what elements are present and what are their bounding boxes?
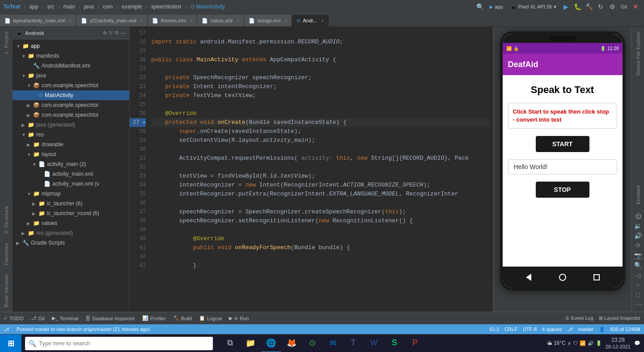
close-icon[interactable]: ✕ (631, 2, 640, 12)
branch-name[interactable]: master (578, 327, 593, 332)
device-file-explorer-tab[interactable]: Device File Explorer (633, 27, 644, 80)
taskbar-word[interactable]: W (364, 335, 384, 352)
phone-home-button[interactable] (557, 272, 568, 283)
tree-item-ic-launcher-round[interactable]: ▶ 📁 ic_launcher_round (6) (13, 208, 129, 218)
panel-collapse-icon[interactable]: — (121, 30, 126, 36)
tab-close-colors[interactable]: × (237, 18, 239, 23)
breadcrumb-app[interactable]: app (30, 4, 38, 10)
tree-item-activity-main-folder[interactable]: ▼ 📄 activity_main (2) (13, 159, 129, 169)
build-icon[interactable]: 🔨 (584, 2, 594, 12)
volume-down-icon[interactable]: 🔉 (634, 222, 642, 229)
device-selector[interactable]: 📱 Pixel XL API 26 ▾ (508, 3, 559, 11)
tree-item-package2[interactable]: ▶ 📦 com.example.speechtot (13, 100, 129, 110)
notification-center-icon[interactable]: 💬 (634, 340, 640, 346)
build-variants-tab[interactable]: Build Variants (1, 270, 12, 312)
settings-icon[interactable]: ⚙ (607, 2, 617, 12)
tree-item-res[interactable]: ▼ 📁 res (13, 130, 129, 140)
circle-icon[interactable]: ○ (636, 281, 640, 288)
tree-item-java[interactable]: ▼ 📁 java (13, 71, 129, 81)
panel-add-icon[interactable]: ⊕ (103, 30, 107, 36)
project-panel-tab[interactable]: 1: Project (1, 27, 12, 59)
profiler-tab[interactable]: 📊 Profiler (142, 315, 166, 321)
taskbar-task-view[interactable]: ⧉ (220, 335, 240, 352)
taskbar-explorer[interactable]: 📁 (241, 335, 260, 352)
back-nav-icon[interactable]: ◁ (636, 271, 640, 279)
taskbar-skillshare[interactable]: S (385, 335, 404, 352)
breadcrumb-example[interactable]: example (122, 4, 142, 10)
tree-item-activity-main-xml-v[interactable]: 📄 activity_main.xml (v (13, 179, 129, 189)
tab-themes[interactable]: 📄 themes.xml × (148, 15, 197, 26)
tab-close-v21[interactable]: × (140, 18, 143, 23)
taskbar-chrome[interactable]: ⊙ (302, 335, 322, 352)
encoding[interactable]: UTF-8 (523, 327, 537, 332)
taskbar-mail[interactable]: ✉ (323, 335, 343, 352)
taskbar-edge[interactable]: 🌐 (261, 335, 281, 352)
taskbar-firefox[interactable]: 🦊 (282, 335, 301, 352)
stop-button[interactable]: STOP (536, 182, 589, 198)
terminal-tab[interactable]: ▶_ Terminal (52, 315, 79, 321)
tray-battery[interactable]: 🔋 (596, 340, 602, 346)
git-panel-tab[interactable]: ⎇ Git (31, 315, 45, 321)
tab-close-layout[interactable]: × (69, 18, 72, 23)
more-icon[interactable]: ⋯ (635, 301, 641, 308)
tree-item-java-generated[interactable]: ▶ 📁 java (generated) (13, 120, 129, 130)
breadcrumb-src[interactable]: src (47, 4, 55, 10)
database-inspector-tab[interactable]: 🗄 Database Inspector (85, 316, 135, 321)
favorites-tab[interactable]: Favorites (1, 238, 12, 270)
rotate-icon[interactable]: ⟳ (636, 242, 641, 249)
breadcrumb-main[interactable]: main (64, 4, 75, 10)
screenshot-icon[interactable]: 📷 (634, 252, 642, 259)
taskbar-teams[interactable]: T (343, 335, 363, 352)
build-tab[interactable]: 🔨 Build (173, 315, 192, 321)
power-icon[interactable]: ⏻ (635, 212, 641, 220)
tree-item-res-generated[interactable]: ▶ 📁 res (generated) (13, 228, 129, 238)
tree-item-ic-launcher[interactable]: ▶ 📁 ic_launcher (6) (13, 199, 129, 208)
tree-item-mainactivity[interactable]: ⊙ MainActivity (13, 90, 129, 100)
tab-close-themes[interactable]: × (190, 18, 193, 23)
sync-icon[interactable]: ↻ (596, 2, 606, 12)
tab-main-activity[interactable]: ⊙ Andr... × (292, 15, 329, 26)
emulator-tab[interactable]: Emulator (633, 180, 644, 209)
git-label[interactable]: Git (619, 2, 629, 12)
cursor-position[interactable]: 61:1 (490, 327, 499, 332)
phone-recents-button[interactable] (591, 272, 602, 283)
tree-item-androidmanifest[interactable]: 🔧 AndroidManifest.xml (13, 61, 129, 71)
taskbar-datetime[interactable]: 23:28 28-12-2021 (606, 337, 631, 350)
tree-item-package1[interactable]: ▼ 📦 com.example.speechtot (13, 81, 129, 90)
tree-item-manifests[interactable]: ▼ 📁 manifests (13, 51, 129, 61)
zoom-in-icon[interactable]: 🔍 (634, 262, 642, 269)
start-button-taskbar[interactable]: ⊞ (0, 335, 21, 352)
tab-v21-activity-main[interactable]: 📄 v21\activity_main.xml × (76, 15, 148, 26)
volume-up-icon[interactable]: 🔊 (634, 232, 642, 239)
todo-panel-tab[interactable]: ✓ TODO (4, 315, 24, 321)
tray-network[interactable]: 📶 (580, 340, 586, 346)
tab-close-strings[interactable]: × (284, 18, 287, 23)
tree-item-drawable[interactable]: ▶ 📁 drawable (13, 140, 129, 149)
square-icon[interactable]: □ (636, 291, 640, 298)
tree-item-gradle-scripts[interactable]: ▶ 🔧 Gradle Scripts (13, 238, 129, 248)
breadcrumb-speechtotext[interactable]: speechtotext (151, 4, 182, 10)
tree-item-layout[interactable]: ▼ 📁 layout (13, 149, 129, 159)
taskbar-powerpoint[interactable]: P (405, 335, 425, 352)
search-icon[interactable]: 🔍 (475, 2, 485, 12)
tab-close-main[interactable]: × (321, 18, 324, 23)
debug-button[interactable]: 🐛 (572, 2, 582, 12)
breadcrumb-com[interactable]: com (103, 4, 113, 10)
run-button[interactable]: ▶ (561, 2, 571, 12)
panel-gear-icon[interactable]: ⚙ (114, 30, 119, 36)
logcat-tab[interactable]: 📋 Logcat (199, 315, 222, 321)
event-log-tab[interactable]: ① Event Log (565, 315, 593, 321)
line-endings[interactable]: CRLF (504, 327, 517, 332)
breadcrumb-mainactivity[interactable]: ⊙ MainActivity (191, 4, 225, 10)
tree-item-activity-main-xml[interactable]: 📄 activity_main.xml (13, 169, 129, 179)
search-input-taskbar[interactable] (39, 340, 209, 347)
code-area[interactable]: 17 18 19 20 21 22 23 24 25 26 27 ● 28 29… (130, 27, 493, 312)
tree-item-mipmap[interactable]: ▼ 📁 mipmap (13, 189, 129, 199)
tree-item-package3[interactable]: ▶ 📦 com.example.speechtot (13, 110, 129, 120)
tree-item-app[interactable]: ▼ 📁 app (13, 41, 129, 51)
tab-colors[interactable]: 📄 colors.xml × (197, 15, 244, 26)
tray-up-arrow[interactable]: ∧ (568, 340, 571, 346)
tab-strings[interactable]: 📄 strings.xml × (244, 15, 292, 26)
panel-sync-icon[interactable]: ↻ (109, 30, 113, 36)
code-text[interactable]: import static android.Manifest.permissio… (148, 27, 493, 312)
